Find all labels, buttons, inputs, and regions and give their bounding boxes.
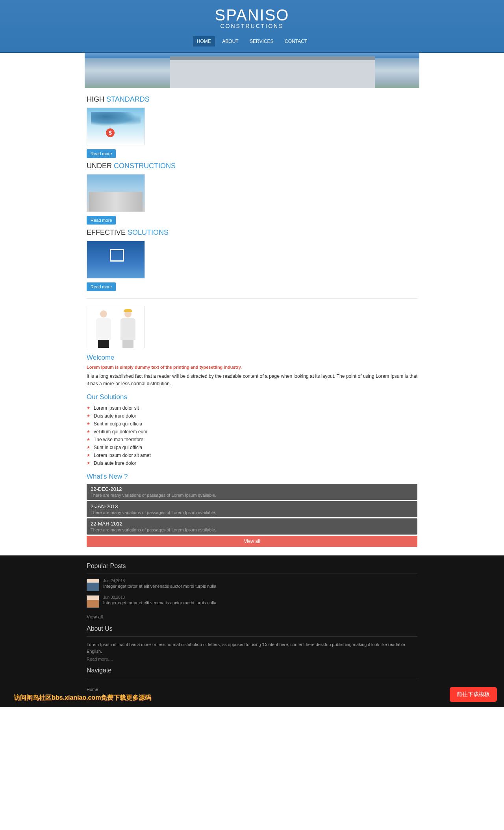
list-item: Sunt in culpa qui officia xyxy=(87,444,417,451)
news-item[interactable]: 2-JAN-2013 There are many variations of … xyxy=(87,501,417,517)
about-us-title: About Us xyxy=(87,625,417,632)
read-more-solutions[interactable]: Read more xyxy=(87,282,116,291)
divider xyxy=(87,678,417,678)
welcome-text: It is a long established fact that a rea… xyxy=(87,373,417,388)
post-text: Integer eget tortor et elit venenatis au… xyxy=(103,600,216,605)
brand-subtitle: CONSTRUCTIONS xyxy=(85,23,419,29)
watermark-text: 访问闲鸟社区bbs.xianiao.com免费下载更多源码 xyxy=(14,694,151,702)
post-date: Jun 24,2013 xyxy=(103,579,216,583)
post-date: Jun 30,2013 xyxy=(103,595,216,600)
news-date: 2-JAN-2013 xyxy=(91,503,413,509)
post-thumbnail xyxy=(87,579,99,591)
popular-post[interactable]: Jun 24,2013 Integer eget tortor et elit … xyxy=(87,579,417,591)
whats-new-title: What's New ? xyxy=(87,473,417,481)
list-item: Lorem ipsum dolor sit amet xyxy=(87,451,417,459)
welcome-image xyxy=(87,306,145,348)
read-more-constructions[interactable]: Read more xyxy=(87,216,116,225)
news-date: 22-MAR-2012 xyxy=(91,521,413,527)
constructions-image xyxy=(87,174,145,212)
list-item: Duis aute irure dolor xyxy=(87,459,417,467)
hero-banner xyxy=(85,53,419,88)
welcome-subtitle: Lorem Ipsum is simply dummy text of the … xyxy=(87,365,417,370)
solutions-image xyxy=(87,241,145,279)
welcome-title: Welcome xyxy=(87,354,417,362)
news-date: 22-DEC-2012 xyxy=(91,486,413,492)
list-item: Sunt in culpa qui officia xyxy=(87,420,417,428)
download-template-button[interactable]: 前往下载模板 xyxy=(450,687,497,702)
popular-posts-title: Popular Posts xyxy=(87,563,417,570)
brand-logo: SPANISO CONSTRUCTIONS xyxy=(85,0,419,29)
news-text: There are many variations of passages of… xyxy=(91,527,413,532)
list-item: Lorem ipsum dolor sit xyxy=(87,404,417,412)
footer-nav-home[interactable]: Home xyxy=(87,687,98,692)
post-text: Integer eget tortor et elit venenatis au… xyxy=(103,584,216,589)
view-all-posts[interactable]: View all xyxy=(87,614,103,620)
standards-image xyxy=(87,108,145,145)
our-solutions-title: Our Solutions xyxy=(87,393,417,401)
navigate-title: Navigate xyxy=(87,667,417,674)
list-item: Duis aute irure dolor xyxy=(87,412,417,420)
popular-post[interactable]: Jun 30,2013 Integer eget tortor et elit … xyxy=(87,595,417,608)
view-all-news[interactable]: View all xyxy=(87,536,417,547)
section-title-standards: HIGH STANDARDS xyxy=(87,95,417,104)
divider xyxy=(87,636,417,637)
nav-about[interactable]: ABOUT xyxy=(218,36,242,46)
nav-home[interactable]: HOME xyxy=(193,36,215,46)
post-thumbnail xyxy=(87,595,99,608)
read-more-standards[interactable]: Read more xyxy=(87,149,116,158)
solutions-list: Lorem ipsum dolor sit Duis aute irure do… xyxy=(87,404,417,467)
divider xyxy=(87,574,417,574)
about-text: Lorem Ipsum is that it has a more-or-les… xyxy=(87,641,417,654)
list-item: The wise man therefore xyxy=(87,436,417,444)
section-title-constructions: UNDER CONSTRUCTIONS xyxy=(87,162,417,170)
divider xyxy=(87,298,417,299)
news-text: There are many variations of passages of… xyxy=(91,493,413,498)
about-read-more[interactable]: Read more.... xyxy=(87,657,113,661)
nav-services[interactable]: SERVICES xyxy=(246,36,277,46)
list-item: vel illum qui dolorem eum xyxy=(87,428,417,436)
section-title-solutions: EFFECTIVE SOLUTIONS xyxy=(87,228,417,237)
main-nav: HOME ABOUT SERVICES CONTACT xyxy=(0,32,504,52)
nav-contact[interactable]: CONTACT xyxy=(281,36,311,46)
brand-title: SPANISO xyxy=(85,7,419,23)
news-item[interactable]: 22-MAR-2012 There are many variations of… xyxy=(87,518,417,535)
news-item[interactable]: 22-DEC-2012 There are many variations of… xyxy=(87,484,417,500)
news-text: There are many variations of passages of… xyxy=(91,510,413,515)
